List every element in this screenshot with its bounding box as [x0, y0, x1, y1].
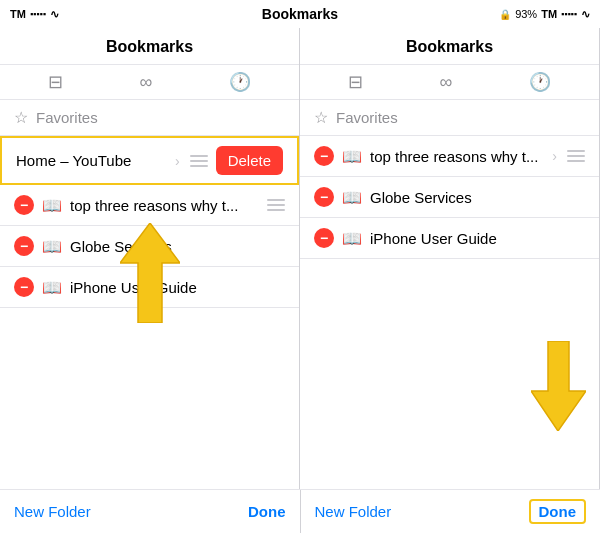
left-item-youtube[interactable]: Home – YouTube › Delete	[0, 136, 299, 185]
left-youtube-delete-btn[interactable]: Delete	[216, 146, 283, 175]
right-item-top-reasons[interactable]: − 📖 top three reasons why t... ›	[300, 136, 599, 177]
svg-marker-1	[531, 341, 586, 431]
lock-icon: 🔒	[499, 9, 511, 20]
left-item-globe[interactable]: − 📖 Globe Services	[0, 226, 299, 267]
left-globe-icon: 📖	[42, 237, 62, 256]
left-star-icon: ☆	[14, 108, 28, 127]
left-iphone-icon: 📖	[42, 278, 62, 297]
status-bar: TM ▪▪▪▪▪ ∿ Bookmarks 🔒 93% TM ▪▪▪▪▪ ∿	[0, 0, 600, 28]
right-tab-bookmarks[interactable]: ⊟	[348, 71, 363, 93]
right-iphone-remove[interactable]: −	[314, 228, 334, 248]
right-tab-bar: ⊟ ∞ 🕐	[300, 65, 599, 100]
right-bookmark-list: − 📖 top three reasons why t... › − 📖 Glo…	[300, 136, 599, 489]
left-bottom-panel: New Folder Done	[0, 490, 301, 533]
left-iphone-remove[interactable]: −	[14, 277, 34, 297]
right-done-btn[interactable]: Done	[529, 499, 587, 524]
signal-right: ▪▪▪▪▪	[561, 9, 577, 19]
left-tab-history[interactable]: 🕐	[229, 71, 251, 93]
left-panel: Bookmarks ⊟ ∞ 🕐 ☆ Favorites Home – YouTu…	[0, 28, 300, 489]
left-tab-bookmarks[interactable]: ⊟	[48, 71, 63, 93]
left-item-iphone[interactable]: − 📖 iPhone User Guide	[0, 267, 299, 308]
arrow-down-annotation	[531, 341, 586, 435]
carrier-left: TM	[10, 8, 26, 20]
left-youtube-reorder[interactable]	[190, 155, 208, 167]
left-globe-remove[interactable]: −	[14, 236, 34, 256]
left-favorites-row: ☆ Favorites	[0, 100, 299, 136]
right-item-iphone[interactable]: − 📖 iPhone User Guide	[300, 218, 599, 259]
left-top-reasons-icon: 📖	[42, 196, 62, 215]
left-bookmark-list: Home – YouTube › Delete − 📖 top three re…	[0, 136, 299, 489]
right-favorites-row: ☆ Favorites	[300, 100, 599, 136]
left-favorites-label: Favorites	[36, 109, 98, 126]
right-iphone-icon: 📖	[342, 229, 362, 248]
status-time: Bookmarks	[140, 6, 460, 22]
right-top-reasons-remove[interactable]: −	[314, 146, 334, 166]
right-globe-remove[interactable]: −	[314, 187, 334, 207]
right-top-reasons-icon: 📖	[342, 147, 362, 166]
left-panel-title: Bookmarks	[0, 28, 299, 65]
signal-left: ▪▪▪▪▪	[30, 9, 46, 19]
right-tab-history[interactable]: 🕐	[529, 71, 551, 93]
left-tab-reading-list[interactable]: ∞	[140, 72, 153, 93]
right-item-globe[interactable]: − 📖 Globe Services	[300, 177, 599, 218]
carrier-right: TM	[541, 8, 557, 20]
right-top-reasons-chevron: ›	[552, 148, 557, 164]
left-tab-bar: ⊟ ∞ 🕐	[0, 65, 299, 100]
left-top-reasons-reorder[interactable]	[267, 199, 285, 211]
left-new-folder-btn[interactable]: New Folder	[14, 503, 91, 520]
right-top-reasons-title: top three reasons why t...	[370, 148, 544, 165]
left-top-reasons-title: top three reasons why t...	[70, 197, 259, 214]
left-youtube-chevron: ›	[175, 153, 180, 169]
left-item-top-reasons[interactable]: − 📖 top three reasons why t...	[0, 185, 299, 226]
left-globe-title: Globe Services	[70, 238, 285, 255]
left-top-reasons-remove[interactable]: −	[14, 195, 34, 215]
left-done-btn[interactable]: Done	[248, 503, 286, 520]
wifi-right: ∿	[581, 8, 590, 21]
right-panel-title: Bookmarks	[300, 28, 599, 65]
right-top-reasons-reorder[interactable]	[567, 150, 585, 162]
left-youtube-title: Home – YouTube	[16, 152, 167, 169]
status-left: TM ▪▪▪▪▪ ∿	[0, 8, 140, 21]
status-right: 🔒 93% TM ▪▪▪▪▪ ∿	[460, 8, 600, 21]
right-tab-reading-list[interactable]: ∞	[440, 72, 453, 93]
right-new-folder-btn[interactable]: New Folder	[315, 503, 392, 520]
right-globe-title: Globe Services	[370, 189, 585, 206]
right-favorites-label: Favorites	[336, 109, 398, 126]
bottom-bar: New Folder Done New Folder Done	[0, 489, 600, 533]
right-star-icon: ☆	[314, 108, 328, 127]
right-globe-icon: 📖	[342, 188, 362, 207]
right-iphone-title: iPhone User Guide	[370, 230, 585, 247]
left-iphone-title: iPhone User Guide	[70, 279, 285, 296]
right-bottom-panel: New Folder Done	[301, 490, 601, 533]
battery-status: 93%	[515, 8, 537, 20]
wifi-left: ∿	[50, 8, 59, 21]
